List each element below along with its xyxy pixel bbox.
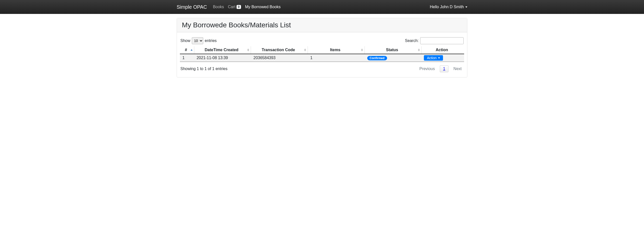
card: My Borrowede Books/Materials List Show 1… [177, 18, 467, 78]
chevron-down-icon [438, 58, 440, 59]
col-datetime-label: DateTime Created [205, 48, 238, 52]
table-info: Showing 1 to 1 of 1 entries [180, 66, 227, 71]
navbar: Simple OPAC Books Cart 0 My Borrowed Boo… [0, 0, 644, 14]
chevron-down-icon [465, 6, 467, 8]
col-action-label: Action [436, 48, 448, 52]
action-button[interactable]: Action [424, 55, 443, 61]
col-action: Action [422, 46, 464, 54]
user-menu[interactable]: Hello John D Smith [430, 5, 467, 9]
sort-down-icon [304, 50, 306, 52]
col-index[interactable]: # [180, 46, 194, 54]
sort-up-icon [190, 50, 192, 51]
action-button-label: Action [427, 56, 436, 60]
data-table: # DateTime Created Transaction Code [180, 46, 464, 62]
sort-up-icon [304, 49, 306, 50]
sort-up-icon [247, 49, 249, 50]
nav-borrowed[interactable]: My Borrowed Books [245, 5, 280, 9]
prev-button[interactable]: Previous [418, 66, 437, 72]
cell-code: 2036584393 [251, 54, 308, 62]
col-status-label: Status [386, 48, 398, 52]
cell-datetime: 2021-11-08 13:39 [194, 54, 251, 62]
col-status[interactable]: Status [365, 46, 422, 54]
cell-action: Action [422, 54, 464, 62]
col-datetime[interactable]: DateTime Created [194, 46, 251, 54]
nav-books[interactable]: Books [213, 5, 224, 9]
cart-count-badge: 0 [236, 5, 241, 9]
sort-down-icon [418, 50, 420, 52]
table-header-row: # DateTime Created Transaction Code [180, 46, 464, 54]
col-index-label: # [185, 48, 187, 52]
sort-down-icon [361, 50, 363, 52]
col-code[interactable]: Transaction Code [251, 46, 308, 54]
cell-index: 1 [180, 54, 194, 62]
card-header: My Borrowede Books/Materials List [177, 18, 467, 32]
sort-up-icon [361, 49, 363, 50]
page-title: My Borrowede Books/Materials List [182, 21, 462, 29]
cell-items: 1 [308, 54, 365, 62]
page-1-button[interactable]: 1 [440, 65, 448, 72]
search-label: Search: [405, 38, 419, 43]
length-select[interactable]: 10 [192, 37, 203, 44]
search-control: Search: [405, 37, 464, 44]
entries-label: entries [205, 38, 217, 43]
col-items[interactable]: Items [308, 46, 365, 54]
brand-link[interactable]: Simple OPAC [177, 4, 207, 10]
pagination: Previous 1 Next [418, 65, 464, 72]
search-input[interactable] [420, 37, 464, 44]
sort-up-icon [418, 49, 420, 50]
cell-status: Confirmed [365, 54, 422, 62]
length-control: Show 10 entries [180, 37, 217, 44]
table-row: 1 2021-11-08 13:39 2036584393 1 Confirme… [180, 54, 464, 62]
status-badge: Confirmed [367, 56, 387, 60]
col-items-label: Items [330, 48, 340, 52]
sort-down-icon [247, 50, 249, 52]
show-label: Show [180, 38, 190, 43]
user-greeting: Hello John D Smith [430, 5, 464, 9]
next-button[interactable]: Next [452, 66, 464, 72]
col-code-label: Transaction Code [262, 48, 295, 52]
nav-cart-label: Cart [228, 5, 235, 9]
nav-cart[interactable]: Cart 0 [228, 5, 241, 9]
